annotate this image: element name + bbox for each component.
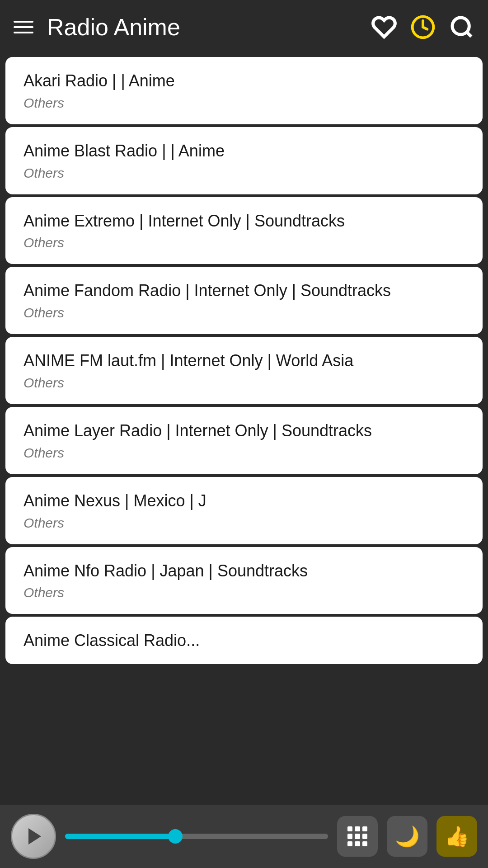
svg-line-2 — [467, 32, 471, 37]
radio-item-title: Anime Classical Radio... — [23, 630, 465, 651]
radio-item-title: Anime Extremo | Internet Only | Soundtra… — [23, 211, 465, 232]
radio-item[interactable]: Anime Extremo | Internet Only | Soundtra… — [5, 197, 483, 264]
app-header: Radio Anime — [0, 0, 488, 54]
radio-list: Akari Radio | | Anime Others Anime Blast… — [0, 57, 488, 664]
header-icons — [371, 14, 474, 40]
radio-item[interactable]: Anime Fandom Radio | Internet Only | Sou… — [5, 267, 483, 334]
radio-item-subtitle: Others — [23, 165, 465, 181]
svg-marker-3 — [28, 828, 41, 844]
like-button[interactable]: 👍 — [436, 816, 477, 857]
player-bar: 🌙 👍 — [0, 805, 488, 868]
radio-item-title: Anime Fandom Radio | Internet Only | Sou… — [23, 280, 465, 302]
grid-icon — [347, 826, 367, 846]
radio-item[interactable]: Anime Nfo Radio | Japan | Soundtracks Ot… — [5, 547, 483, 614]
radio-item[interactable]: Anime Blast Radio | | Anime Others — [5, 127, 483, 194]
radio-item-subtitle: Others — [23, 375, 465, 391]
svg-point-1 — [452, 18, 469, 34]
progress-bar[interactable] — [65, 834, 328, 839]
night-mode-button[interactable]: 🌙 — [387, 816, 427, 857]
radio-item-subtitle: Others — [23, 235, 465, 250]
grid-view-button[interactable] — [337, 816, 378, 857]
radio-item-title: Anime Blast Radio | | Anime — [23, 141, 465, 162]
radio-item[interactable]: ANIME FM laut.fm | Internet Only | World… — [5, 337, 483, 404]
radio-item-title: Akari Radio | | Anime — [23, 71, 465, 92]
radio-item[interactable]: Anime Nexus | Mexico | J Others — [5, 477, 483, 544]
progress-fill — [65, 834, 175, 839]
radio-item-subtitle: Others — [23, 305, 465, 321]
radio-item-subtitle: Others — [23, 95, 465, 111]
radio-item-title: Anime Nexus | Mexico | J — [23, 491, 465, 512]
radio-item-title: ANIME FM laut.fm | Internet Only | World… — [23, 350, 465, 372]
radio-item-title: Anime Nfo Radio | Japan | Soundtracks — [23, 561, 465, 582]
moon-icon: 🌙 — [395, 825, 420, 848]
history-button[interactable] — [410, 14, 436, 40]
search-button[interactable] — [449, 14, 474, 40]
radio-item[interactable]: Anime Layer Radio | Internet Only | Soun… — [5, 407, 483, 474]
play-button[interactable] — [11, 814, 56, 859]
radio-item-subtitle: Others — [23, 445, 465, 461]
menu-button[interactable] — [14, 21, 33, 33]
app-title: Radio Anime — [47, 14, 371, 41]
radio-item-subtitle: Others — [23, 515, 465, 531]
progress-knob[interactable] — [168, 829, 183, 844]
radio-item-title: Anime Layer Radio | Internet Only | Soun… — [23, 420, 465, 442]
radio-item-subtitle: Others — [23, 585, 465, 600]
radio-item[interactable]: Akari Radio | | Anime Others — [5, 57, 483, 124]
favorites-button[interactable] — [371, 14, 397, 40]
radio-item[interactable]: Anime Classical Radio... — [5, 617, 483, 664]
thumbs-up-icon: 👍 — [445, 825, 469, 848]
